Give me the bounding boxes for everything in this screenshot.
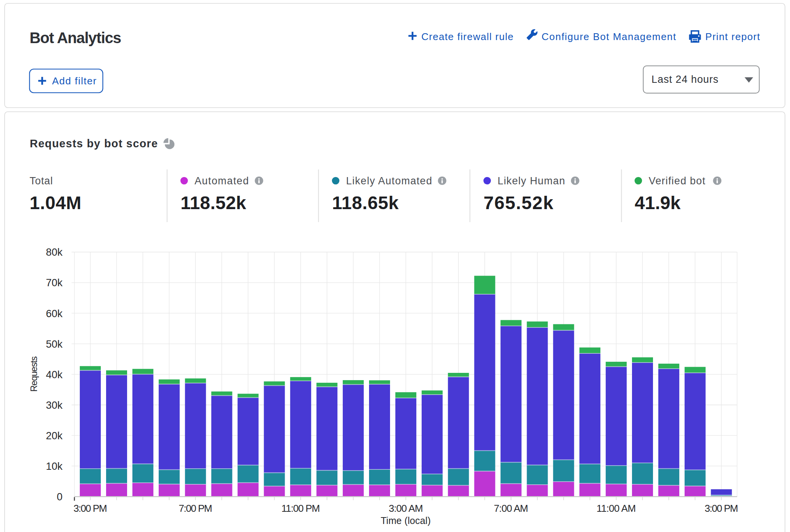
svg-text:765.52k: 765.52k — [484, 193, 553, 213]
svg-text:3:00 PM: 3:00 PM — [705, 503, 738, 514]
svg-text:Total: Total — [30, 175, 53, 187]
svg-text:60k: 60k — [46, 308, 63, 319]
svg-text:118.65k: 118.65k — [332, 193, 399, 213]
svg-text:40k: 40k — [46, 369, 63, 380]
svg-text:3:00 PM: 3:00 PM — [74, 503, 107, 514]
svg-text:3:00 AM: 3:00 AM — [389, 503, 423, 514]
svg-text:Requests by bot score: Requests by bot score — [30, 137, 158, 150]
svg-text:41.9k: 41.9k — [635, 193, 681, 213]
svg-text:70k: 70k — [46, 277, 63, 289]
svg-text:7:00 PM: 7:00 PM — [179, 503, 212, 514]
svg-text:Time (local): Time (local) — [381, 515, 431, 526]
svg-text:11:00 PM: 11:00 PM — [281, 503, 320, 514]
svg-text:80k: 80k — [46, 247, 63, 258]
svg-text:118.52k: 118.52k — [181, 193, 246, 213]
svg-text:20k: 20k — [46, 430, 63, 442]
svg-text:50k: 50k — [46, 339, 63, 350]
svg-text:Print report: Print report — [705, 31, 760, 42]
svg-text:Create firewall rule: Create firewall rule — [421, 31, 513, 42]
svg-text:1.04M: 1.04M — [30, 193, 82, 213]
svg-text:7:00 AM: 7:00 AM — [494, 503, 528, 514]
svg-text:Configure Bot Management: Configure Bot Management — [542, 31, 676, 42]
svg-text:Requests: Requests — [29, 356, 39, 392]
svg-text:Verified bot: Verified bot — [649, 175, 705, 187]
svg-text:0: 0 — [57, 491, 63, 503]
svg-text:Automated: Automated — [195, 175, 249, 187]
svg-text:10k: 10k — [46, 461, 63, 472]
svg-text:Likely Automated: Likely Automated — [346, 175, 432, 187]
svg-text:Last 24 hours: Last 24 hours — [651, 74, 718, 85]
svg-text:Bot Analytics: Bot Analytics — [30, 29, 122, 46]
svg-text:11:00 AM: 11:00 AM — [597, 503, 636, 514]
svg-text:30k: 30k — [46, 400, 63, 411]
svg-text:Likely Human: Likely Human — [498, 175, 565, 187]
